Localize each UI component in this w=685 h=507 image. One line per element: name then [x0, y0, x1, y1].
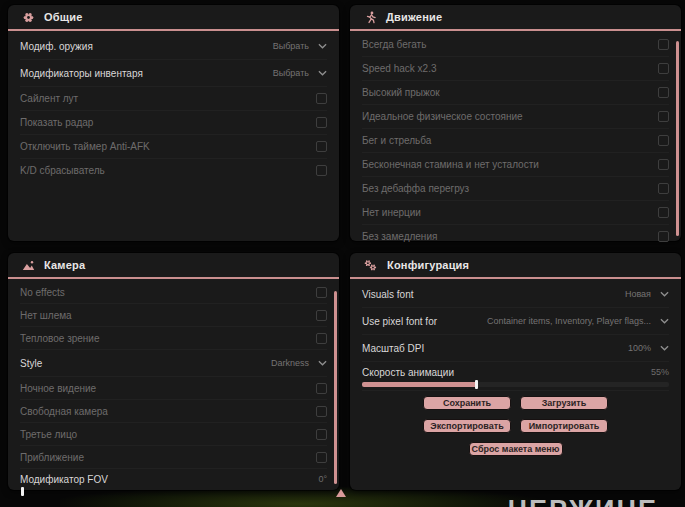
toggle-label: Показать радар [20, 117, 93, 128]
checkbox[interactable] [658, 207, 669, 218]
scrollbar[interactable] [676, 41, 679, 236]
checkbox[interactable] [316, 117, 327, 128]
checkbox[interactable] [316, 429, 327, 440]
row-high-jump[interactable]: Высокий прыжок [362, 80, 669, 104]
panel-config: Конфигурация Visuals font Новая Use pixe… [350, 253, 681, 490]
animation-speed-slider[interactable] [362, 382, 669, 387]
panel-movement: Движение Всегда бегать Speed hack x2.3 В… [350, 5, 681, 241]
dropdown-label: Visuals font [362, 289, 414, 300]
row-infinite-stamina[interactable]: Бесконечная стамина и нет усталости [362, 152, 669, 176]
row-no-effects[interactable]: No effects [20, 281, 327, 303]
weapon-mod-dropdown[interactable]: Выбрать [273, 41, 327, 51]
panel-camera-header[interactable]: Камера [8, 253, 339, 279]
chevron-down-icon [660, 345, 669, 351]
row-thermal-vision[interactable]: Тепловое зрение [20, 326, 327, 349]
slider-fill [362, 382, 476, 387]
panel-movement-header[interactable]: Движение [350, 5, 681, 31]
row-night-vision[interactable]: Ночное видение [20, 376, 327, 399]
row-no-overload-debuff[interactable]: Без дебаффа перегруз [362, 176, 669, 200]
row-zoom[interactable]: Приближение [20, 445, 327, 468]
toggle-label: Нет инерции [362, 207, 421, 218]
toggle-label: Приближение [20, 452, 84, 463]
toggle-label: Нет шлема [20, 310, 72, 321]
panel-config-header[interactable]: Конфигурация [350, 253, 681, 279]
toggle-label: Ночное видение [20, 383, 96, 394]
row-silent-loot[interactable]: Сайлент лут [20, 86, 327, 110]
row-no-inertia[interactable]: Нет инерции [362, 200, 669, 224]
slider-thumb[interactable] [21, 487, 24, 496]
row-perfect-condition[interactable]: Идеальное физическое состояние [362, 104, 669, 128]
toggle-label: Бег и стрельба [362, 135, 431, 146]
dropdown-value: 100% [628, 343, 651, 353]
checkbox[interactable] [658, 87, 669, 98]
toggle-label: Свободная камера [20, 406, 108, 417]
checkbox[interactable] [316, 452, 327, 463]
panel-general-header[interactable]: Общие [8, 5, 339, 31]
dpi-scale-dropdown[interactable]: 100% [628, 343, 669, 353]
checkbox[interactable] [658, 159, 669, 170]
checkbox[interactable] [316, 310, 327, 321]
row-weapon-mod: Модиф. оружия Выбрать [20, 33, 327, 59]
checkbox[interactable] [658, 183, 669, 194]
panel-title: Общие [44, 11, 83, 23]
row-kd-resetter[interactable]: K/D сбрасыватель [20, 158, 327, 182]
panel-general-body: Модиф. оружия Выбрать Модификаторы инвен… [8, 31, 339, 182]
toggle-label: Тепловое зрение [20, 333, 100, 344]
checkbox[interactable] [316, 93, 327, 104]
runner-icon [364, 11, 377, 24]
checkbox[interactable] [316, 333, 327, 344]
reset-menu-layout-button[interactable]: Сброс макета меню [469, 442, 563, 456]
inventory-mods-dropdown[interactable]: Выбрать [273, 68, 327, 78]
panel-title: Конфигурация [387, 259, 469, 271]
import-button[interactable]: Импортировать [520, 419, 608, 433]
toggle-label: K/D сбрасыватель [20, 165, 105, 176]
row-free-camera[interactable]: Свободная камера [20, 399, 327, 422]
button-row-1: Сохранить Загрузить [362, 390, 669, 414]
checkbox[interactable] [658, 135, 669, 146]
visuals-font-dropdown[interactable]: Новая [625, 289, 669, 299]
load-button[interactable]: Загрузить [520, 396, 608, 410]
dropdown-value: Darkness [271, 358, 309, 368]
toggle-label: Третье лицо [20, 429, 77, 440]
row-no-slowdown[interactable]: Без замедления [362, 224, 669, 248]
checkbox[interactable] [658, 39, 669, 50]
fov-slider[interactable] [20, 489, 327, 494]
toggle-label: Всегда бегать [362, 39, 426, 50]
save-button[interactable]: Сохранить [423, 396, 511, 410]
toggle-label: No effects [20, 287, 65, 298]
row-animation-speed: Скорость анимации 55% [362, 361, 669, 390]
toggle-label: Speed hack x2.3 [362, 63, 437, 74]
row-style: Style Darkness [20, 349, 327, 376]
checkbox[interactable] [316, 141, 327, 152]
panel-config-body: Visuals font Новая Use pixel font for Co… [350, 279, 681, 460]
checkbox[interactable] [658, 63, 669, 74]
pixel-font-dropdown[interactable]: Container items, Inventory, Player flags… [487, 316, 669, 326]
photo-icon [22, 259, 35, 272]
panel-general: Общие Модиф. оружия Выбрать Модификаторы… [8, 5, 339, 241]
row-inventory-mods: Модификаторы инвентаря Выбрать [20, 59, 327, 86]
row-anti-afk[interactable]: Отключить таймер Anti-AFK [20, 134, 327, 158]
chevron-down-icon [318, 43, 327, 49]
checkbox[interactable] [658, 231, 669, 242]
checkbox[interactable] [316, 287, 327, 298]
row-show-radar[interactable]: Показать радар [20, 110, 327, 134]
row-always-run[interactable]: Всегда бегать [362, 33, 669, 56]
checkbox[interactable] [658, 111, 669, 122]
chevron-down-icon [318, 70, 327, 76]
checkbox[interactable] [316, 406, 327, 417]
slider-label: Скорость анимации [362, 367, 454, 378]
export-button[interactable]: Экспортировать [423, 419, 511, 433]
slider-thumb[interactable] [475, 380, 478, 389]
row-run-and-shoot[interactable]: Бег и стрельба [362, 128, 669, 152]
checkbox[interactable] [316, 383, 327, 394]
style-dropdown[interactable]: Darkness [271, 358, 327, 368]
slider-value: 55% [651, 367, 669, 377]
row-speed-hack[interactable]: Speed hack x2.3 [362, 56, 669, 80]
checkbox[interactable] [316, 165, 327, 176]
dropdown-label: Модиф. оружия [20, 41, 93, 52]
slider-label: Модификатор FOV [20, 474, 108, 485]
scrollbar[interactable] [334, 291, 337, 484]
row-third-person[interactable]: Третье лицо [20, 422, 327, 445]
row-no-helmet[interactable]: Нет шлема [20, 303, 327, 326]
chevron-down-icon [660, 318, 669, 324]
